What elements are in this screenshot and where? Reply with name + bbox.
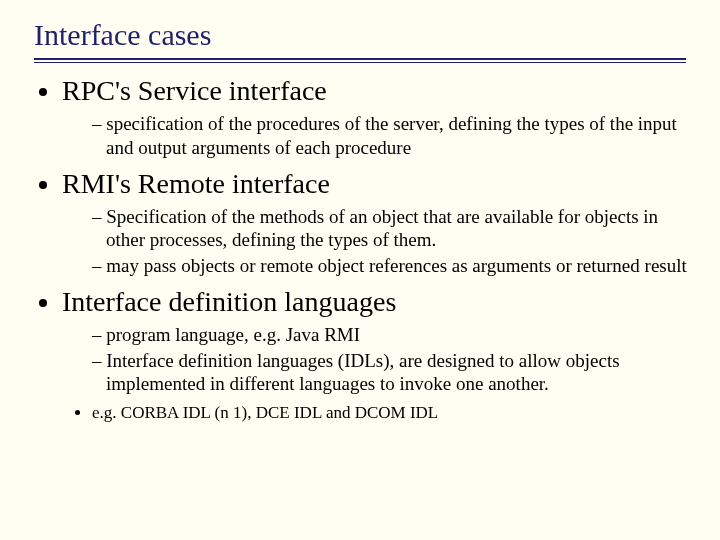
bullet-1-sub-1: specification of the procedures of the s… <box>92 112 692 160</box>
slide: Interface cases RPC's Service interface … <box>0 0 720 442</box>
bullet-3-sub-2: Interface definition languages (IDLs), a… <box>92 349 692 397</box>
bullet-2-text: RMI's Remote interface <box>62 168 330 199</box>
slide-title: Interface cases <box>34 18 692 52</box>
title-underline <box>34 58 686 63</box>
bullet-2-sub: Specification of the methods of an objec… <box>62 205 692 278</box>
bullet-3: Interface definition languages program l… <box>62 284 692 424</box>
bullet-1: RPC's Service interface specification of… <box>62 73 692 160</box>
bullet-3-text: Interface definition languages <box>62 286 396 317</box>
bullet-2-sub-1: Specification of the methods of an objec… <box>92 205 692 253</box>
bullet-list: RPC's Service interface specification of… <box>28 73 692 424</box>
bullet-3-subsub-1: e.g. CORBA IDL (n 1), DCE IDL and DCOM I… <box>92 402 692 424</box>
bullet-2: RMI's Remote interface Specification of … <box>62 166 692 278</box>
bullet-2-sub-2: may pass objects or remote object refere… <box>92 254 692 278</box>
bullet-1-text: RPC's Service interface <box>62 75 327 106</box>
bullet-3-subsub: e.g. CORBA IDL (n 1), DCE IDL and DCOM I… <box>62 402 692 424</box>
bullet-1-sub: specification of the procedures of the s… <box>62 112 692 160</box>
bullet-3-sub: program language, e.g. Java RMI Interfac… <box>62 323 692 396</box>
bullet-3-sub-1: program language, e.g. Java RMI <box>92 323 692 347</box>
